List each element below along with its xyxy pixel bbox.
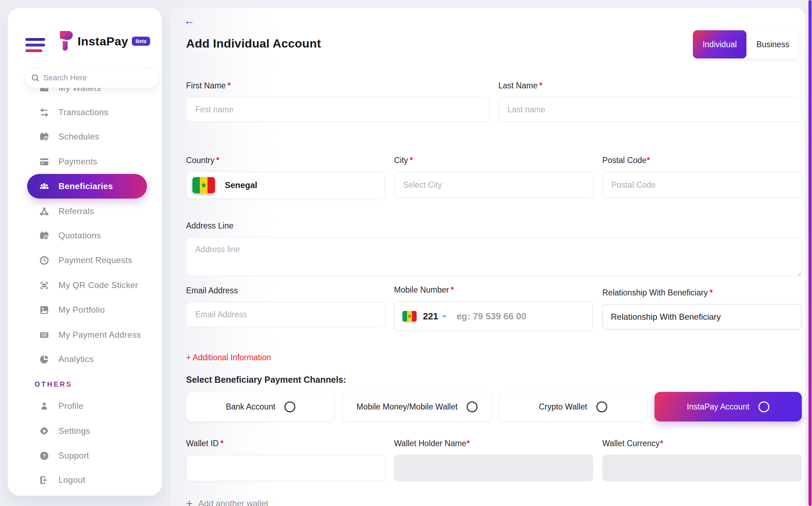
others-section-label: OTHERS	[35, 380, 72, 388]
channel-label: Mobile Money/Mobile Wallet	[357, 402, 458, 412]
sidebar-item-label: Schedules	[59, 132, 99, 142]
sidebar-item-quotations[interactable]: Quotations	[25, 227, 152, 244]
sidebar-item-transactions[interactable]: Transactions	[25, 104, 152, 121]
required-asterisk: *	[709, 288, 713, 297]
sidebar-item-label: Payments	[59, 157, 97, 167]
wallet-id-field: Wallet ID*	[186, 439, 386, 481]
search-input[interactable]	[43, 73, 153, 82]
logout-door-icon	[38, 474, 50, 486]
page-title: Add Individual Account	[186, 37, 321, 50]
relationship-field: Relationship With Beneficiary* Relations…	[602, 288, 802, 330]
sidebar-item-label: Profile	[59, 401, 84, 411]
wallet-id-input[interactable]	[186, 455, 386, 481]
beta-badge: Beta	[132, 37, 150, 46]
sidebar-item-payments[interactable]: Payments	[25, 153, 152, 170]
postal-code-input[interactable]	[602, 171, 802, 198]
add-another-wallet-link[interactable]: + Add another wallet	[186, 498, 268, 506]
country-select[interactable]: Senegal	[186, 171, 385, 199]
sidebar-item-support[interactable]: ? Support	[25, 447, 152, 464]
sidebar-item-my-portfolio[interactable]: My Portfolio	[25, 301, 152, 318]
svg-text:xxx: xxx	[41, 334, 47, 337]
wallet-currency-input-disabled	[602, 455, 802, 481]
back-arrow-icon[interactable]: ←	[184, 15, 195, 26]
country-label: Country	[186, 156, 215, 165]
postal-code-label: Postal Code	[602, 156, 646, 165]
first-name-field: First Name*	[186, 81, 490, 122]
sidebar-item-label: Quotations	[59, 231, 101, 240]
sidebar-item-label: Transactions	[59, 107, 108, 117]
channel-bank-account[interactable]: Bank Account	[186, 392, 335, 421]
senegal-flag-icon	[192, 177, 215, 193]
radio-unselected-icon[interactable]	[284, 401, 295, 412]
hamburger-menu-icon[interactable]	[25, 38, 45, 52]
first-name-input[interactable]	[186, 97, 490, 122]
channel-mobile-money[interactable]: Mobile Money/Mobile Wallet	[343, 392, 492, 421]
required-asterisk: *	[660, 439, 663, 448]
required-asterisk: *	[216, 156, 220, 165]
last-name-field: Last Name*	[498, 81, 802, 122]
sidebar-item-payment-requests[interactable]: Payment Requests	[25, 252, 152, 269]
chevron-down-icon[interactable]	[442, 313, 447, 319]
city-input[interactable]	[394, 171, 593, 198]
transfer-arrows-icon	[38, 106, 50, 118]
individual-tab[interactable]: Individual	[693, 30, 746, 58]
business-tab[interactable]: Business	[746, 30, 799, 58]
channel-label: Bank Account	[226, 402, 276, 412]
people-group-icon	[38, 180, 50, 192]
sidebar-item-label: My Portfolio	[59, 305, 105, 315]
wallet-currency-label: Wallet Currency	[602, 439, 660, 448]
sidebar-search[interactable]	[25, 68, 159, 88]
mobile-number-field: Mobile Number* 221	[394, 285, 593, 331]
mobile-number-input[interactable]	[456, 311, 585, 322]
relationship-select[interactable]: Relationship With Beneficiary	[602, 304, 802, 330]
calendar-clock-icon	[38, 230, 50, 242]
add-another-wallet-label: Add another wallet	[198, 499, 269, 506]
radio-unselected-icon[interactable]	[596, 401, 607, 412]
radio-selected-icon[interactable]	[758, 401, 769, 412]
sidebar-item-beneficiaries[interactable]: Beneficiaries	[27, 174, 147, 199]
address-textarea[interactable]	[186, 237, 802, 276]
wallet-currency-field: Wallet Currency*	[602, 439, 802, 481]
sidebar-item-schedules[interactable]: Schedules	[25, 128, 152, 145]
last-name-input[interactable]	[498, 97, 802, 122]
clock-icon	[38, 254, 50, 266]
city-field: City*	[394, 156, 593, 198]
sidebar-item-my-payment-address[interactable]: xxx My Payment Address	[25, 326, 152, 343]
sidebar-item-profile[interactable]: Profile	[25, 398, 152, 414]
dial-code[interactable]: 221	[423, 311, 438, 322]
channel-label: InstaPay Account	[687, 402, 750, 412]
country-field: Country* Senegal	[186, 156, 385, 199]
sidebar-item-my-qr-code-sticker[interactable]: My QR Code Sticker	[25, 277, 152, 294]
mobile-number-label: Mobile Number	[394, 285, 449, 294]
required-asterisk: *	[410, 156, 413, 165]
sidebar-item-label: Logout	[59, 475, 85, 485]
radio-unselected-icon[interactable]	[467, 401, 478, 412]
calendar-clock-icon	[38, 131, 50, 143]
account-type-toggle: Individual Business	[693, 30, 799, 58]
wallet-id-label: Wallet ID	[186, 439, 219, 448]
sidebar-item-label: Support	[59, 451, 89, 461]
channel-instapay-account[interactable]: InstaPay Account	[654, 392, 802, 421]
wallet-holder-name-input-disabled	[394, 455, 593, 481]
channel-crypto-wallet[interactable]: Crypto Wallet	[499, 392, 647, 421]
sidebar-item-analytics[interactable]: Analytics	[25, 351, 152, 368]
sidebar-item-label: Payment Requests	[59, 255, 132, 265]
city-label: City	[394, 156, 408, 165]
additional-information-link[interactable]: + Additional Information	[186, 353, 271, 362]
sidebar-item-settings[interactable]: Settings	[25, 423, 152, 439]
required-asterisk: *	[220, 439, 223, 448]
sidebar: InstaPay Beta My Wallets Transactions	[8, 8, 162, 496]
sidebar-item-referrals[interactable]: Referrals	[25, 203, 152, 220]
app-logo[interactable]: InstaPay Beta	[58, 30, 150, 52]
plus-icon: +	[186, 498, 193, 506]
sidebar-item-logout[interactable]: Logout	[25, 471, 152, 488]
gear-icon	[38, 425, 50, 437]
email-input[interactable]	[186, 302, 386, 327]
sidebar-item-label: Beneficiaries	[59, 181, 113, 191]
page-scrollbar[interactable]	[808, 0, 812, 506]
required-asterisk: *	[227, 81, 230, 90]
pie-chart-icon	[38, 353, 50, 365]
app-name: InstaPay	[78, 35, 128, 48]
channel-label: Crypto Wallet	[539, 402, 587, 412]
senegal-flag-icon	[402, 311, 417, 321]
